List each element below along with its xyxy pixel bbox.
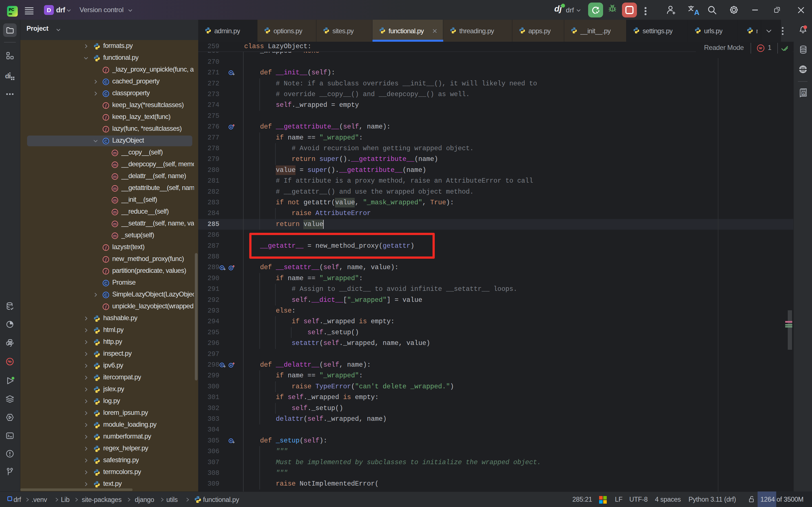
svg-text:d: d	[5, 72, 9, 80]
svg-text:A: A	[802, 92, 805, 95]
svg-text:A: A	[694, 8, 699, 16]
svg-text:PC: PC	[9, 7, 14, 12]
